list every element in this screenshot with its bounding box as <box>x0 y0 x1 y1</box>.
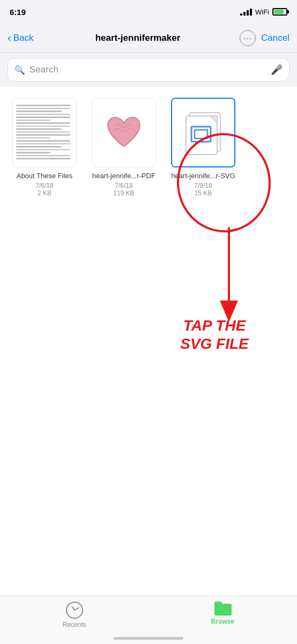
signal-icon <box>240 9 252 16</box>
search-placeholder: Search <box>29 64 266 75</box>
file-thumb-about <box>12 98 77 167</box>
tab-recents-label: Recents <box>62 621 86 628</box>
search-bar[interactable]: 🔍 Search 🎤 <box>8 58 289 82</box>
file-name-about: About These Files <box>17 172 73 181</box>
file-grid: About These Files 7/6/18 2 KB heart-jenn… <box>0 87 297 202</box>
search-icon: 🔍 <box>14 65 25 75</box>
file-date-about: 7/6/18 <box>35 182 53 189</box>
back-button[interactable]: ‹ Back <box>8 33 40 43</box>
tab-recents[interactable]: Recents <box>0 602 148 628</box>
battery-icon <box>272 8 287 16</box>
home-indicator <box>114 637 183 640</box>
recents-icon <box>66 602 83 619</box>
cancel-button[interactable]: Cancel <box>261 33 289 43</box>
chevron-left-icon: ‹ <box>8 32 11 43</box>
file-thumb-heart-pdf <box>92 98 156 167</box>
file-name-heart-svg: heart-jennife...r-SVG <box>171 172 235 181</box>
file-date-heart-pdf: 7/6/18 <box>115 182 132 189</box>
svg-marker-5 <box>220 301 238 322</box>
annotation-arrow <box>201 223 244 330</box>
more-button[interactable]: ··· <box>240 30 256 46</box>
microphone-icon[interactable]: 🎤 <box>271 64 283 76</box>
file-name-heart-pdf: heart-jennife...r-PDF <box>92 172 155 181</box>
annotation-text: TAP THESVG FILE <box>155 317 273 353</box>
file-item-heart-svg[interactable]: heart-jennife...r-SVG 7/9/18 15 KB <box>168 98 238 197</box>
tab-browse-label: Browse <box>211 618 234 625</box>
status-time: 6:19 <box>10 8 26 17</box>
nav-actions: ··· Cancel <box>236 30 289 46</box>
svg-file-icon <box>182 108 225 157</box>
file-item-about[interactable]: About These Files 7/6/18 2 KB <box>10 98 79 197</box>
file-thumb-heart-svg <box>171 98 235 167</box>
status-icons: WiFi <box>240 8 287 16</box>
nav-bar: ‹ Back heart-jennifermaker ··· Cancel <box>0 24 297 53</box>
file-size-heart-svg: 15 KB <box>195 189 212 197</box>
status-bar: 6:19 WiFi <box>0 0 297 24</box>
file-item-heart-pdf[interactable]: heart-jennife...r-PDF 7/6/18 119 KB <box>89 98 159 197</box>
tab-browse[interactable]: Browse <box>148 602 297 625</box>
browse-icon <box>214 602 232 616</box>
search-bar-container: 🔍 Search 🎤 <box>0 53 297 87</box>
nav-title: heart-jennifermaker <box>40 33 236 43</box>
file-size-about: 2 KB <box>38 189 51 197</box>
heart-svg-preview <box>105 115 143 150</box>
ellipsis-icon: ··· <box>243 33 252 42</box>
file-date-heart-svg: 7/9/18 <box>194 182 212 189</box>
back-label: Back <box>13 33 34 43</box>
wifi-icon: WiFi <box>255 8 269 16</box>
file-size-heart-pdf: 119 KB <box>113 189 134 197</box>
